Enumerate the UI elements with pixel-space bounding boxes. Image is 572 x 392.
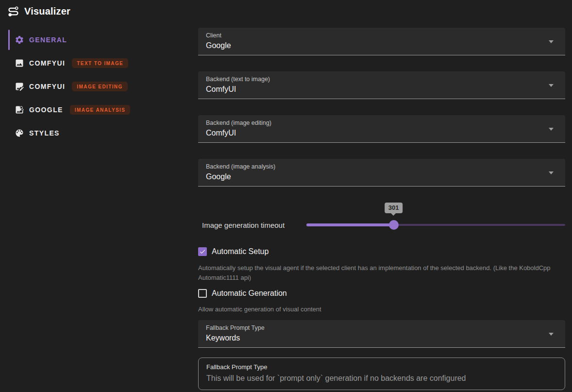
- backend-text-to-image-select[interactable]: Backend (text to image) ComfyUI: [198, 71, 565, 99]
- sidebar-item-comfyui-text-to-image[interactable]: COMFYUI TEXT TO IMAGE: [0, 51, 198, 75]
- sidebar-item-label: GENERAL: [29, 36, 67, 44]
- status-badge: IMAGE EDITING: [72, 82, 127, 91]
- sidebar: GENERAL COMFYUI TEXT TO IMAGE COMFYUI IM…: [0, 19, 198, 145]
- slider-track-fill: [306, 223, 394, 226]
- field-label: Backend (image editing): [206, 119, 557, 126]
- field-label: Client: [206, 32, 557, 39]
- timeout-slider-section: Image generation timeout 301: [198, 203, 565, 232]
- field-label: Backend (text to image): [206, 76, 557, 83]
- fallback-prompt-textarea[interactable]: Fallback Prompt Type This will be used f…: [198, 358, 565, 390]
- status-badge: IMAGE ANALYSIS: [70, 105, 130, 115]
- field-value: Keywords: [206, 334, 557, 342]
- chevron-down-icon: [549, 40, 554, 43]
- page-title: Visualizer: [24, 6, 70, 17]
- backend-image-editing-select[interactable]: Backend (image editing) ComfyUI: [198, 115, 565, 143]
- chevron-down-icon: [549, 333, 554, 336]
- gear-icon: [15, 35, 24, 45]
- fallback-prompt-type-select[interactable]: Fallback Prompt Type Keywords: [198, 320, 565, 348]
- field-value: Google: [206, 172, 557, 181]
- sidebar-item-styles[interactable]: STYLES: [0, 121, 198, 145]
- field-label: Backend (image analysis): [206, 163, 557, 170]
- automatic-setup-checkbox[interactable]: Automatic Setup: [198, 247, 565, 256]
- chevron-down-icon: [549, 128, 554, 131]
- checkbox-icon[interactable]: [198, 247, 207, 256]
- settings-panel: Client Google Backend (text to image) Co…: [198, 19, 572, 390]
- image-edit-icon: [15, 82, 24, 91]
- sidebar-item-label: COMFYUI: [29, 83, 65, 90]
- slider-label: Image generation timeout: [198, 221, 306, 229]
- image-icon: [15, 58, 24, 68]
- sidebar-item-label: COMFYUI: [29, 59, 65, 67]
- field-value: ComfyUI: [206, 129, 557, 137]
- chevron-down-icon: [549, 84, 554, 87]
- sidebar-item-google-image-analysis[interactable]: GOOGLE IMAGE ANALYSIS: [0, 98, 198, 121]
- checkbox-icon[interactable]: [198, 289, 207, 298]
- helper-text: Allow automatic generation of visual con…: [198, 305, 565, 314]
- checkbox-label: Automatic Generation: [212, 289, 287, 298]
- field-value: Google: [206, 41, 557, 50]
- chevron-down-icon: [549, 171, 554, 174]
- palette-icon: [15, 128, 24, 138]
- app-header: Visualizer: [0, 0, 572, 19]
- visualizer-logo-icon: [7, 5, 20, 18]
- active-indicator: [8, 30, 10, 50]
- image-search-icon: [15, 105, 24, 115]
- sidebar-item-general[interactable]: GENERAL: [0, 28, 198, 51]
- backend-image-analysis-select[interactable]: Backend (image analysis) Google: [198, 159, 565, 187]
- checkbox-label: Automatic Setup: [212, 247, 269, 256]
- slider-thumb[interactable]: [389, 220, 399, 230]
- status-badge: TEXT TO IMAGE: [72, 58, 128, 68]
- field-value: ComfyUI: [206, 85, 557, 94]
- automatic-generation-checkbox[interactable]: Automatic Generation: [198, 289, 565, 298]
- client-select[interactable]: Client Google: [198, 28, 565, 55]
- field-label: Fallback Prompt Type: [206, 363, 557, 371]
- sidebar-item-label: STYLES: [29, 129, 60, 137]
- sidebar-item-label: GOOGLE: [29, 106, 63, 114]
- sidebar-item-comfyui-image-editing[interactable]: COMFYUI IMAGE EDITING: [0, 75, 198, 98]
- field-placeholder: This will be used for `prompt only` gene…: [206, 374, 557, 383]
- timeout-slider[interactable]: 301: [306, 218, 565, 232]
- content-row: GENERAL COMFYUI TEXT TO IMAGE COMFYUI IM…: [0, 19, 572, 390]
- slider-value-tooltip: 301: [385, 203, 403, 213]
- field-label: Fallback Prompt Type: [206, 324, 557, 331]
- helper-text: Automatically setup the visual agent if …: [198, 263, 565, 283]
